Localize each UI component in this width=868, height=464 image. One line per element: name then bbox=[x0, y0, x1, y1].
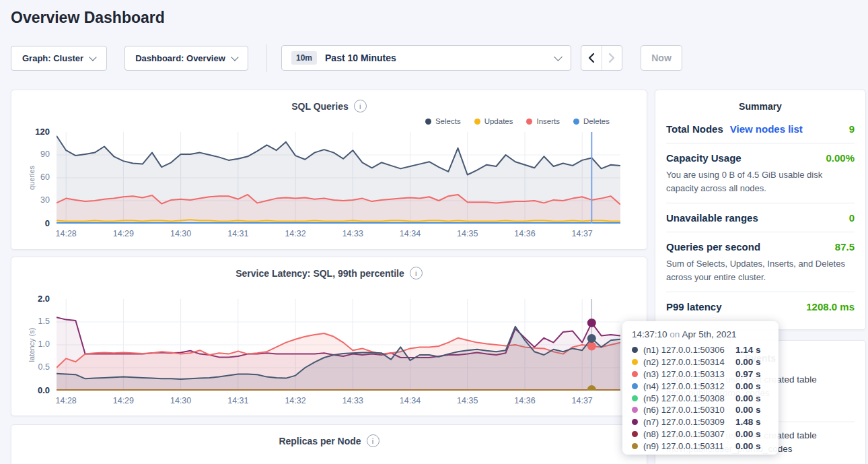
node-latency-value: 1.14 s bbox=[735, 345, 761, 355]
chevron-left-icon bbox=[588, 53, 595, 63]
tooltip-row: (n1) 127.0.0.1:503061.14 s bbox=[632, 344, 769, 356]
time-back-button[interactable] bbox=[581, 46, 602, 70]
tooltip-rows: (n1) 127.0.0.1:503061.14 s(n2) 127.0.0.1… bbox=[632, 344, 769, 452]
info-icon[interactable]: i bbox=[354, 100, 367, 112]
y-tick-label: 90 bbox=[11, 150, 50, 159]
summary-row-capacity-usage: Capacity Usage 0.00% You are using 0 B o… bbox=[666, 143, 855, 203]
time-forward-button[interactable] bbox=[602, 46, 622, 70]
summary-body: Total Nodes View nodes list 9 Capacity U… bbox=[655, 114, 865, 321]
node-address: (n6) 127.0.0.1:50310 bbox=[643, 405, 735, 415]
node-color-dot bbox=[632, 359, 638, 365]
x-tick-label: 14:28 bbox=[46, 396, 86, 405]
y-tick-label: 0.0 bbox=[11, 385, 50, 395]
y-tick-label: 60 bbox=[11, 172, 50, 182]
node-address: (n1) 127.0.0.1:50306 bbox=[643, 345, 735, 355]
node-latency-value: 0.00 s bbox=[735, 381, 761, 391]
tooltip-row: (n7) 127.0.0.1:503091.48 s bbox=[632, 416, 769, 428]
dashboard-dropdown[interactable]: Dashboard: Overview bbox=[124, 46, 248, 71]
legend-dot bbox=[474, 119, 480, 125]
node-latency-value: 0.97 s bbox=[735, 369, 761, 379]
legend-dot bbox=[573, 119, 579, 125]
x-tick-label: 14:33 bbox=[332, 396, 373, 405]
legend-item-inserts[interactable]: Inserts bbox=[526, 117, 560, 125]
sql-queries-svg bbox=[57, 132, 620, 224]
controls-divider bbox=[266, 44, 267, 72]
node-latency-value: 0.00 s bbox=[735, 429, 761, 439]
x-tick-label: 14:32 bbox=[275, 229, 316, 238]
tooltip-row: (n5) 127.0.0.1:503080.00 s bbox=[632, 392, 769, 404]
summary-heading: Summary bbox=[655, 101, 865, 112]
summary-card: Summary Total Nodes View nodes list 9 Ca… bbox=[655, 90, 866, 330]
x-tick-label: 14:31 bbox=[218, 229, 258, 238]
time-range-label: Past 10 Minutes bbox=[325, 53, 396, 63]
unavailable-ranges-value: 0 bbox=[849, 212, 855, 224]
x-tick-label: 14:34 bbox=[390, 396, 431, 405]
dashboard-dropdown-label: Dashboard: Overview bbox=[135, 53, 225, 63]
x-tick-label: 14:32 bbox=[275, 396, 316, 405]
x-tick-label: 14:30 bbox=[161, 229, 201, 238]
node-color-dot bbox=[632, 431, 638, 437]
queries-per-second-desc: Sum of Selects, Updates, Inserts, and De… bbox=[666, 257, 855, 284]
node-color-dot bbox=[632, 383, 638, 389]
replicas-per-node-title: Replicas per Nodei bbox=[11, 434, 647, 447]
sql-queries-card: SQL Queriesi Selects Updates Inserts Del… bbox=[11, 90, 647, 250]
time-range-picker[interactable]: 10m Past 10 Minutes bbox=[281, 45, 571, 71]
info-icon[interactable]: i bbox=[410, 267, 423, 279]
x-tick-label: 14:36 bbox=[505, 396, 545, 405]
node-color-dot bbox=[632, 419, 638, 425]
service-latency-plot[interactable] bbox=[57, 299, 620, 391]
x-tick-label: 14:31 bbox=[218, 396, 258, 405]
graph-dropdown-label: Graph: Cluster bbox=[22, 53, 83, 63]
time-range-badge: 10m bbox=[291, 51, 317, 65]
service-latency-card: Service Latency: SQL, 99th percentilei l… bbox=[11, 257, 647, 416]
latency-tooltip: 14:37:10 on Apr 5th, 2021 (n1) 127.0.0.1… bbox=[622, 321, 779, 455]
y-tick-label: 1.5 bbox=[11, 317, 50, 326]
sql-queries-plot[interactable] bbox=[57, 132, 620, 224]
y-tick-label: 1.0 bbox=[11, 339, 50, 349]
info-icon[interactable]: i bbox=[367, 434, 379, 447]
node-latency-value: 0.00 s bbox=[735, 441, 761, 451]
chevron-down-icon bbox=[554, 53, 563, 61]
node-address: (n5) 127.0.0.1:50308 bbox=[643, 393, 735, 403]
node-color-dot bbox=[632, 443, 638, 449]
y-tick-label: 30 bbox=[11, 195, 50, 205]
y-tick-label: 0.5 bbox=[11, 362, 50, 372]
summary-row-total-nodes: Total Nodes View nodes list 9 bbox=[666, 114, 855, 143]
legend-item-selects[interactable]: Selects bbox=[425, 117, 461, 125]
legend-dot bbox=[526, 119, 532, 125]
sql-queries-legend: Selects Updates Inserts Deletes bbox=[425, 117, 610, 125]
node-latency-value: 0.00 s bbox=[735, 357, 761, 367]
page-title: Overview Dashboard bbox=[11, 9, 165, 27]
legend-dot bbox=[425, 119, 431, 125]
node-address: (n8) 127.0.0.1:50307 bbox=[643, 429, 735, 439]
capacity-usage-value: 0.00% bbox=[826, 152, 855, 164]
tooltip-timestamp: 14:37:10 on Apr 5th, 2021 bbox=[632, 329, 769, 339]
capacity-usage-desc: You are using 0 B of 4.5 GiB usable disk… bbox=[666, 168, 855, 195]
node-address: (n3) 127.0.0.1:50313 bbox=[643, 369, 735, 379]
node-color-dot bbox=[632, 371, 638, 377]
node-address: (n4) 127.0.0.1:50312 bbox=[643, 381, 735, 391]
x-tick-label: 14:34 bbox=[390, 229, 431, 238]
x-tick-label: 14:35 bbox=[447, 396, 488, 405]
now-button[interactable]: Now bbox=[641, 45, 682, 71]
legend-item-updates[interactable]: Updates bbox=[474, 117, 513, 125]
queries-per-second-value: 87.5 bbox=[835, 241, 855, 253]
summary-row-p99-latency: P99 latency 1208.0 ms bbox=[666, 292, 855, 321]
y-tick-label: 120 bbox=[11, 127, 50, 137]
legend-item-deletes[interactable]: Deletes bbox=[573, 117, 610, 125]
service-latency-title: Service Latency: SQL, 99th percentilei bbox=[11, 267, 647, 279]
summary-row-queries-per-second: Queries per second 87.5 Sum of Selects, … bbox=[666, 232, 855, 292]
graph-dropdown[interactable]: Graph: Cluster bbox=[11, 46, 107, 71]
x-tick-label: 14:33 bbox=[332, 229, 373, 238]
y-tick-label: 2.0 bbox=[11, 294, 50, 304]
x-tick-label: 14:29 bbox=[103, 396, 143, 405]
x-tick-label: 14:37 bbox=[562, 396, 602, 405]
node-latency-value: 1.48 s bbox=[735, 417, 761, 427]
p99-latency-value: 1208.0 ms bbox=[806, 301, 855, 312]
node-latency-value: 0.00 s bbox=[735, 405, 761, 415]
node-color-dot bbox=[632, 347, 638, 353]
x-tick-label: 14:36 bbox=[505, 229, 545, 238]
view-nodes-list-link[interactable]: View nodes list bbox=[730, 123, 803, 135]
node-color-dot bbox=[632, 407, 638, 413]
sql-queries-title: SQL Queriesi bbox=[11, 100, 647, 112]
